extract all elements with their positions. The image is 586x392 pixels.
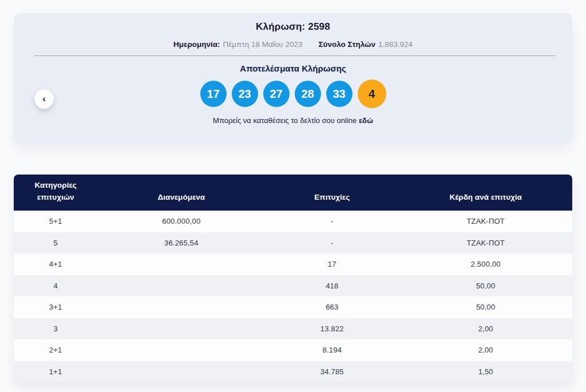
cell-category: 4+1 bbox=[14, 254, 97, 275]
header-prize-per-win: Κέρδη ανά επιτυχία bbox=[399, 175, 572, 211]
cell-category: 4 bbox=[14, 275, 97, 297]
cell-prize: 50,00 bbox=[399, 296, 572, 318]
cell-wins: 34.785 bbox=[265, 361, 399, 383]
draw-date: Ημερομηνία:Πέμπτη 18 Μαΐου 2023 bbox=[173, 40, 303, 49]
cell-prize: 2.500,00 bbox=[399, 254, 572, 275]
cell-prize: 1,50 bbox=[399, 361, 572, 383]
online-note-link[interactable]: εδώ bbox=[359, 116, 373, 125]
cell-category: 3 bbox=[14, 318, 97, 340]
cell-wins: 663 bbox=[265, 296, 399, 318]
cell-distributed bbox=[97, 254, 265, 275]
cell-category: 5+1 bbox=[14, 211, 97, 232]
cell-prize: ΤΖΑΚ-ΠΟΤ bbox=[399, 211, 572, 232]
chevron-left-icon: ‹ bbox=[42, 94, 46, 104]
cell-prize: 2,00 bbox=[399, 318, 572, 340]
cell-wins: - bbox=[265, 211, 399, 232]
results-title: Αποτελέσματα Κλήρωσης bbox=[14, 64, 572, 73]
header-wins: Επιτυχίες bbox=[265, 175, 399, 211]
previous-draw-button[interactable]: ‹ bbox=[34, 89, 54, 109]
table-row: 441850,00 bbox=[14, 275, 572, 297]
lottery-results-page: { "colors": { "page_bg": "#f9fafb", "car… bbox=[0, 0, 586, 392]
total-columns-value: 1.883.924 bbox=[378, 40, 413, 49]
cell-distributed bbox=[97, 275, 265, 297]
bonus-number-ball: 4 bbox=[358, 80, 386, 108]
number-ball: 27 bbox=[263, 81, 290, 107]
cell-distributed bbox=[97, 339, 265, 361]
draw-summary-card: Κλήρωση: 2598 Ημερομηνία:Πέμπτη 18 Μαΐου… bbox=[14, 13, 572, 144]
header-categories: Κατηγορίες επιτυχιών bbox=[14, 175, 97, 211]
draw-meta: Ημερομηνία:Πέμπτη 18 Μαΐου 2023 Σύνολο Σ… bbox=[14, 40, 572, 49]
cell-wins: 418 bbox=[265, 275, 399, 297]
cell-category: 5 bbox=[14, 232, 97, 254]
cell-category: 1+1 bbox=[14, 361, 97, 383]
table-row: 3+166350,00 bbox=[14, 296, 572, 318]
total-columns-label: Σύνολο Στηλών bbox=[319, 40, 375, 49]
table-row: 536.265,54-ΤΖΑΚ-ΠΟΤ bbox=[14, 232, 572, 254]
winning-numbers: 17232728334 bbox=[14, 80, 572, 108]
draw-date-value: Πέμπτη 18 Μαΐου 2023 bbox=[223, 40, 303, 49]
cell-wins: 13.822 bbox=[265, 318, 399, 340]
online-note-text: Μπορείς να καταθέσεις το δελτίο σου onli… bbox=[213, 116, 357, 125]
cell-distributed bbox=[97, 361, 265, 383]
table-row: 5+1600.000,00-ΤΖΑΚ-ΠΟΤ bbox=[14, 211, 572, 232]
cell-distributed: 36.265,54 bbox=[97, 232, 265, 254]
number-ball: 17 bbox=[200, 81, 227, 107]
table-body: 5+1600.000,00-ΤΖΑΚ-ΠΟΤ536.265,54-ΤΖΑΚ-ΠΟ… bbox=[14, 211, 572, 382]
cell-distributed bbox=[97, 318, 265, 340]
table-row: 1+134.7851,50 bbox=[14, 361, 572, 383]
results-table: Κατηγορίες επιτυχιών Διανεμόμενα Επιτυχί… bbox=[14, 175, 572, 382]
table-header-row: Κατηγορίες επιτυχιών Διανεμόμενα Επιτυχί… bbox=[14, 175, 572, 211]
cell-prize: 50,00 bbox=[399, 275, 572, 297]
cell-prize: 2,00 bbox=[399, 339, 572, 361]
number-ball: 28 bbox=[295, 81, 321, 107]
cell-wins: - bbox=[265, 232, 399, 254]
draw-date-label: Ημερομηνία: bbox=[173, 40, 220, 49]
table-row: 313.8222,00 bbox=[14, 318, 572, 340]
cell-distributed: 600.000,00 bbox=[97, 211, 265, 232]
table-row: 2+18.1942,00 bbox=[14, 339, 572, 361]
header-distributed: Διανεμόμενα bbox=[97, 175, 265, 211]
cell-category: 2+1 bbox=[14, 339, 97, 361]
cell-wins: 8.194 bbox=[265, 339, 399, 361]
cell-category: 3+1 bbox=[14, 296, 97, 318]
cell-prize: ΤΖΑΚ-ΠΟΤ bbox=[399, 232, 572, 254]
number-ball: 33 bbox=[326, 81, 353, 107]
total-columns: Σύνολο Στηλών1.883.924 bbox=[319, 40, 413, 49]
table-row: 4+1172.500,00 bbox=[14, 254, 572, 275]
cell-wins: 17 bbox=[265, 254, 399, 275]
number-ball: 23 bbox=[232, 81, 258, 107]
online-note: Μπορείς να καταθέσεις το δελτίο σου onli… bbox=[14, 116, 572, 125]
header-divider bbox=[34, 56, 555, 56]
draw-title: Κλήρωση: 2598 bbox=[14, 13, 572, 33]
cell-distributed bbox=[97, 296, 265, 318]
